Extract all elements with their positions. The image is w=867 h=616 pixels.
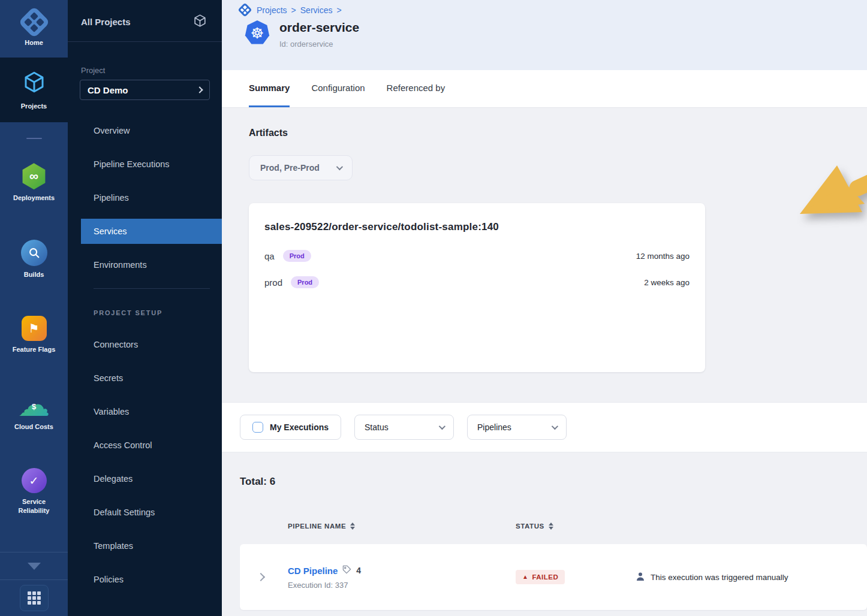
sidebar-item-templates[interactable]: Templates <box>81 533 222 558</box>
expand-chevron-icon[interactable] <box>257 573 265 581</box>
environment-filter-dropdown[interactable]: Prod, Pre-Prod <box>249 155 353 180</box>
user-icon <box>636 572 645 583</box>
project-sidebar: All Projects Project CD Demo Overview Pi… <box>68 0 222 616</box>
all-projects-title[interactable]: All Projects <box>81 17 131 27</box>
env-name: prod <box>264 277 282 288</box>
rail-item-label: Deployments <box>11 194 57 202</box>
breadcrumb-projects[interactable]: Projects <box>257 5 287 15</box>
chevron-down-icon <box>336 164 343 170</box>
artifact-env-row: prod Prod 2 weeks ago <box>264 276 690 288</box>
status-filter-label: Status <box>365 422 389 432</box>
artifact-env-row: qa Prod 12 months ago <box>264 250 690 262</box>
sidebar-item-pipelines[interactable]: Pipelines <box>81 185 222 210</box>
status-badge-failed: ▲ FAILED <box>516 570 565 584</box>
rail-scroll-more[interactable] <box>0 552 68 579</box>
sort-icon[interactable] <box>350 523 355 530</box>
executions-section: Total: 6 PIPELINE NAME STATUS CD Pipelin… <box>222 452 867 610</box>
breadcrumb-separator: > <box>336 5 341 15</box>
sidebar-item-pipeline-executions[interactable]: Pipeline Executions <box>81 152 222 177</box>
chevron-down-icon <box>439 423 445 430</box>
rail-item-builds[interactable]: Builds <box>0 240 68 279</box>
sidebar-item-access-control[interactable]: Access Control <box>81 433 222 458</box>
project-selector-value: CD Demo <box>88 85 128 95</box>
sidebar-item-services[interactable]: Services <box>81 219 222 244</box>
harness-logo-icon <box>237 2 252 17</box>
executions-filter-bar: My Executions Status Pipelines <box>222 402 867 452</box>
sidebar-item-variables[interactable]: Variables <box>81 399 222 424</box>
rail-item-feature-flags[interactable]: ⚑ Feature Flags <box>0 316 68 354</box>
rail-item-deployments[interactable]: ∞ Deployments <box>0 163 68 202</box>
warning-triangle-icon: ▲ <box>522 574 528 580</box>
kubernetes-icon: ☸ <box>245 20 270 46</box>
my-executions-label: My Executions <box>270 422 329 432</box>
harness-logo-icon <box>18 6 50 38</box>
artifact-title: sales-209522/order-service/todolist-samp… <box>264 221 690 233</box>
artifact-card: sales-209522/order-service/todolist-samp… <box>249 203 705 372</box>
page-title: order-service <box>279 20 359 35</box>
rail-item-label: Home <box>22 38 46 47</box>
sidebar-item-policies[interactable]: Policies <box>81 567 222 592</box>
service-id: Id: orderservice <box>279 40 359 49</box>
rail-item-service-reliability[interactable]: ✓ Service Reliability <box>0 468 68 515</box>
sidebar-item-secrets[interactable]: Secrets <box>81 366 222 391</box>
feature-flags-flag-icon: ⚑ <box>22 316 47 341</box>
pipelines-filter-label: Pipelines <box>477 422 511 432</box>
page-header: Projects > Services > ☸ order-service Id… <box>222 0 867 70</box>
tab-summary[interactable]: Summary <box>249 70 290 107</box>
execution-row[interactable]: CD Pipeline 4 Execution Id: 337 ▲ FAILED <box>240 544 867 610</box>
rail-item-cloud-costs[interactable]: ☁$ Cloud Costs <box>0 391 68 431</box>
project-selector[interactable]: CD Demo <box>80 80 210 100</box>
module-picker-button[interactable] <box>20 585 49 611</box>
cube-icon <box>22 70 47 97</box>
env-type-badge: Prod <box>283 250 311 262</box>
env-type-badge: Prod <box>291 276 319 288</box>
sidebar-item-default-settings[interactable]: Default Settings <box>81 500 222 525</box>
sidebar-item-overview[interactable]: Overview <box>81 118 222 143</box>
breadcrumb-separator: > <box>291 5 296 15</box>
sidebar-item-environments[interactable]: Environments <box>81 252 222 277</box>
pipeline-name-link[interactable]: CD Pipeline <box>288 566 338 576</box>
environment-filter-value: Prod, Pre-Prod <box>260 163 320 173</box>
rail-item-label: Cloud Costs <box>12 422 56 431</box>
tag-icon <box>342 565 351 576</box>
column-status[interactable]: STATUS <box>516 523 636 530</box>
status-filter-dropdown[interactable]: Status <box>354 415 454 440</box>
tag-count: 4 <box>356 566 361 575</box>
sidebar-item-connectors[interactable]: Connectors <box>81 332 222 357</box>
sidebar-nav: Overview Pipeline Executions Pipelines S… <box>68 118 222 600</box>
sidebar-header: All Projects <box>68 0 222 42</box>
module-rail: Home Projects ∞ Deployments Builds ⚑ Fea… <box>0 0 68 616</box>
pipelines-filter-dropdown[interactable]: Pipelines <box>467 415 567 440</box>
trigger-info: This execution was triggered manually <box>636 572 867 583</box>
rail-divider <box>0 579 68 580</box>
service-title-row: ☸ order-service Id: orderservice <box>240 20 867 49</box>
sort-icon[interactable] <box>549 523 553 530</box>
tab-referenced-by[interactable]: Referenced by <box>387 70 445 107</box>
artifacts-section: Artifacts Prod, Pre-Prod sales-209522/or… <box>222 108 867 372</box>
deploy-time: 12 months ago <box>636 252 690 261</box>
rail-item-label: Feature Flags <box>10 345 58 354</box>
breadcrumb: Projects > Services > <box>240 5 867 15</box>
artifacts-heading: Artifacts <box>249 128 867 138</box>
sidebar-item-delegates[interactable]: Delegates <box>81 466 222 491</box>
rail-item-label: Builds <box>22 270 47 279</box>
builds-magnifier-icon <box>21 240 47 266</box>
rail-item-home[interactable]: Home <box>0 0 68 58</box>
total-count: Total: 6 <box>240 476 867 488</box>
rail-item-projects[interactable]: Projects <box>0 58 68 122</box>
tab-bar: Summary Configuration Referenced by <box>222 70 867 108</box>
my-executions-checkbox[interactable] <box>252 422 263 433</box>
cloud-costs-dollar-icon: ☁$ <box>19 391 50 418</box>
rail-item-label: Service Reliability <box>10 497 58 515</box>
service-reliability-check-icon: ✓ <box>22 468 47 493</box>
tab-configuration[interactable]: Configuration <box>311 70 365 107</box>
my-executions-toggle[interactable]: My Executions <box>240 415 341 440</box>
column-pipeline-name[interactable]: PIPELINE NAME <box>288 523 516 530</box>
cube-icon[interactable] <box>192 13 207 31</box>
deployments-infinity-icon: ∞ <box>21 163 47 189</box>
rail-bottom-controls <box>0 552 68 616</box>
breadcrumb-services[interactable]: Services <box>300 5 333 15</box>
rail-divider <box>26 138 42 140</box>
main-content: Projects > Services > ☸ order-service Id… <box>222 0 867 616</box>
project-label: Project <box>81 66 209 75</box>
